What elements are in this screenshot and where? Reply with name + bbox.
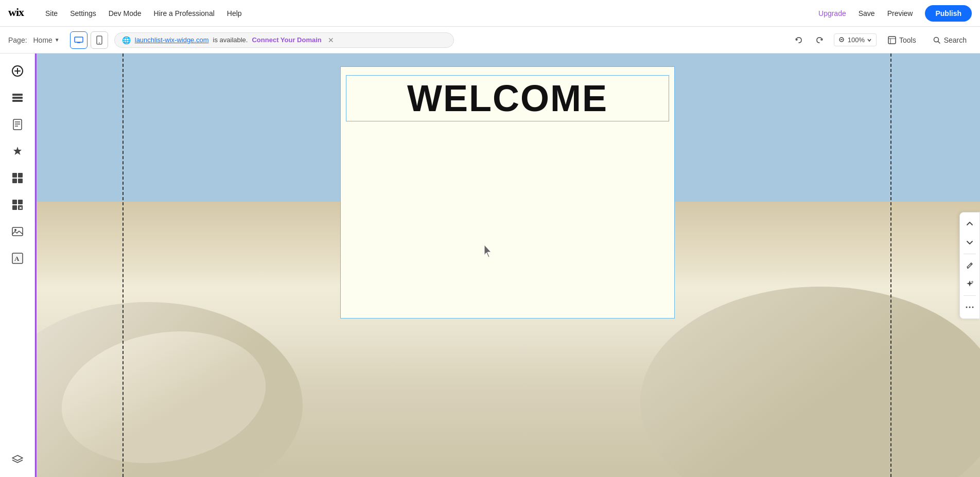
page-name-label: Home [33, 36, 52, 44]
undo-redo-group [791, 32, 828, 48]
sidebar-sections-button[interactable] [6, 86, 29, 109]
wix-logo[interactable]: wix [8, 5, 29, 22]
svg-line-12 [938, 41, 940, 43]
svg-rect-29 [12, 205, 17, 210]
search-button[interactable]: Search [927, 34, 972, 46]
connect-domain-link[interactable]: Connect Your Domain [252, 36, 321, 44]
move-down-button[interactable] [961, 234, 978, 251]
canvas-boundary-left [122, 54, 124, 477]
domain-bar-close[interactable]: ✕ [328, 36, 334, 44]
publish-button[interactable]: Publish [925, 5, 972, 22]
sidebar-layers-button[interactable] [6, 448, 29, 471]
sidebar-pages-button[interactable] [6, 113, 29, 136]
canvas-boundary-right [890, 54, 891, 477]
svg-point-40 [969, 306, 971, 308]
svg-rect-16 [12, 94, 23, 96]
page-prefix-label: Page: [8, 36, 27, 44]
svg-rect-19 [13, 119, 22, 130]
svg-rect-1 [75, 37, 83, 42]
left-sidebar: A [0, 54, 35, 477]
canvas-area[interactable]: WELCOME [35, 54, 980, 477]
top-nav: wix Site Settings Dev Mode Hire a Profes… [0, 0, 980, 27]
welcome-text-container[interactable]: WELCOME [346, 75, 669, 121]
sidebar-theme-button[interactable] [6, 140, 29, 163]
svg-line-37 [970, 264, 971, 265]
nav-dev-mode[interactable]: Dev Mode [109, 9, 142, 17]
nav-settings[interactable]: Settings [70, 9, 96, 17]
sidebar-media-button[interactable] [6, 220, 29, 243]
zoom-value: 100% [848, 36, 865, 44]
welcome-title: WELCOME [407, 77, 608, 119]
svg-point-41 [972, 306, 974, 308]
save-button[interactable]: Save [859, 9, 875, 17]
toolbar-divider-2 [964, 295, 976, 296]
toolbar-divider-1 [964, 254, 976, 254]
svg-text:A: A [14, 255, 20, 262]
sidebar-apps-button[interactable] [6, 167, 29, 189]
svg-point-34 [14, 229, 16, 231]
move-up-button[interactable] [961, 216, 978, 232]
preview-button[interactable]: Preview [887, 9, 913, 17]
edit-button[interactable] [961, 257, 978, 274]
right-toolbar [959, 212, 980, 319]
nav-site[interactable]: Site [45, 9, 58, 17]
purple-left-accent [35, 54, 37, 477]
sidebar-plugins-button[interactable] [6, 193, 29, 216]
page-dropdown-arrow: ▼ [55, 37, 60, 43]
svg-text:wix: wix [8, 6, 24, 18]
tools-label: Tools [899, 36, 916, 44]
tools-button[interactable]: Tools [883, 34, 921, 46]
svg-rect-28 [18, 200, 23, 204]
svg-rect-27 [12, 200, 17, 204]
zoom-control[interactable]: 100% [834, 33, 877, 46]
main-area: A WELCOME [0, 54, 980, 477]
more-options-button[interactable] [961, 299, 978, 315]
mobile-view-button[interactable] [91, 31, 108, 49]
svg-rect-23 [12, 173, 17, 178]
nav-hire-professional[interactable]: Hire a Professional [154, 9, 215, 17]
domain-bar: 🌐 launchlist-wix-widge.com is available.… [114, 32, 454, 48]
nav-help[interactable]: Help [227, 9, 242, 17]
svg-rect-18 [12, 100, 23, 102]
svg-rect-25 [12, 179, 17, 183]
svg-point-5 [99, 42, 100, 43]
redo-button[interactable] [811, 32, 828, 48]
device-toggle [70, 31, 108, 49]
content-box[interactable]: WELCOME [340, 66, 675, 319]
search-label: Search [944, 36, 967, 44]
domain-url[interactable]: launchlist-wix-widge.com [135, 36, 209, 44]
svg-rect-26 [18, 179, 23, 183]
globe-icon: 🌐 [122, 36, 131, 44]
desktop-view-button[interactable] [70, 31, 87, 49]
svg-rect-33 [12, 227, 23, 236]
svg-rect-17 [12, 97, 23, 99]
svg-rect-24 [18, 173, 23, 178]
page-selector[interactable]: Page: Home ▼ [8, 36, 60, 44]
second-nav: Page: Home ▼ 🌐 launchlist-wix-widge.com … [0, 27, 980, 54]
domain-available-text: is available. [213, 36, 248, 44]
svg-point-39 [966, 306, 968, 308]
sidebar-text-button[interactable]: A [6, 247, 29, 270]
sidebar-add-button[interactable] [6, 60, 29, 82]
ai-tools-button[interactable] [961, 276, 978, 292]
upgrade-button[interactable]: Upgrade [818, 9, 846, 17]
undo-button[interactable] [791, 32, 807, 48]
svg-rect-8 [888, 37, 896, 44]
